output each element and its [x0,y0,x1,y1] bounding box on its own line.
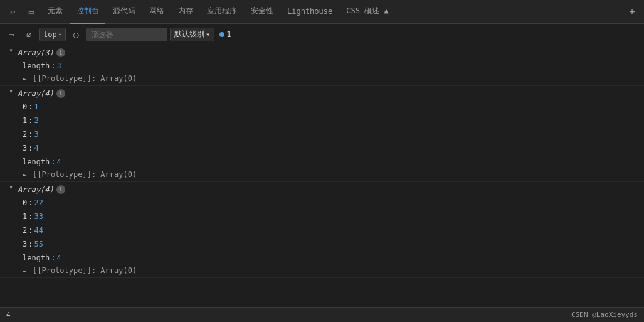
array-label-1: Array(3) [18,48,54,57]
prop-length-3[interactable]: length : 4 [20,251,644,265]
prop-0-2[interactable]: 0 : 1 [20,100,644,114]
expand-arrow-2[interactable]: ► [8,90,15,97]
prop-1-2[interactable]: 1 : 2 [20,114,644,127]
expand-arrow-1[interactable]: ► [8,49,15,56]
expand-arrow-3[interactable]: ► [8,186,15,193]
tab-css-overview[interactable]: CSS 概述 ▲ [340,0,394,24]
clear-console-icon[interactable]: ▭ [4,27,19,42]
badge-dot [219,32,224,37]
log-level-selector[interactable]: 默认级别 ▾ [170,28,214,41]
tab-memory[interactable]: 内存 [172,0,199,24]
prototype-row-1[interactable]: ► [[Prototype]]: Array(0) [20,73,644,84]
proto-arrow-3[interactable]: ► [23,267,30,274]
prop-2-3[interactable]: 2 : 44 [20,223,644,237]
array-label-2: Array(4) [18,89,54,98]
badge-count: 1 [226,30,231,39]
context-label: top [43,30,57,39]
add-tab-button[interactable]: + [624,3,640,20]
tab-network[interactable]: 网络 [143,0,171,24]
prop-1-3[interactable]: 1 : 33 [20,210,644,223]
tab-console[interactable]: 控制台 [70,0,105,24]
context-arrow: ▾ [58,31,61,38]
array-header-3[interactable]: ► Array(4) i [5,183,644,196]
status-right: CSDN @LaoXieyyds [571,311,638,319]
array-label-3: Array(4) [18,185,54,194]
no-entry-icon[interactable]: ⌀ [21,27,36,42]
tab-sources[interactable]: 源代码 [107,0,142,24]
tab-application[interactable]: 应用程序 [201,0,243,24]
prop-2-2[interactable]: 2 : 3 [20,127,644,141]
array-body-1: length : 3 ► [[Prototype]]: Array(0) [5,59,644,84]
tab-security[interactable]: 安全性 [245,0,280,24]
array-body-2: 0 : 1 1 : 2 2 : 3 3 : 4 length : [5,100,644,180]
prop-3-2[interactable]: 3 : 4 [20,141,644,155]
console-entry-3: ► Array(4) i 0 : 22 1 : 33 2 : 44 3 : [0,182,644,278]
status-bar: 4 CSDN @LaoXieyyds [0,307,644,322]
array-body-3: 0 : 22 1 : 33 2 : 44 3 : 55 length : [5,196,644,276]
inspect-icon[interactable]: ▭ [23,3,40,21]
prop-0-3[interactable]: 0 : 22 [20,196,644,210]
prop-length-2[interactable]: length : 4 [20,155,644,169]
prop-3-3[interactable]: 3 : 55 [20,237,644,251]
tab-elements[interactable]: 元素 [41,0,69,24]
live-expressions-icon[interactable]: ◯ [68,27,83,42]
prototype-row-3[interactable]: ► [[Prototype]]: Array(0) [20,265,644,276]
proto-arrow-2[interactable]: ► [23,171,30,178]
array-header-2[interactable]: ► Array(4) i [5,87,644,100]
info-icon-2[interactable]: i [56,89,65,98]
log-level-label: 默认级别 [174,29,204,40]
toolbar: ▭ ⌀ top ▾ ◯ 默认级别 ▾ 1 [0,24,644,45]
back-icon[interactable]: ↩ [4,3,21,21]
filter-input[interactable] [86,28,167,41]
log-level-arrow: ▾ [206,30,210,39]
tab-lighthouse[interactable]: Lighthouse [281,0,339,24]
prototype-row-2[interactable]: ► [[Prototype]]: Array(0) [20,169,644,180]
info-icon-3[interactable]: i [56,185,65,194]
status-left: 4 [6,311,11,319]
prop-length-1[interactable]: length : 3 [20,59,644,73]
console-content: ► Array(3) i length : 3 ► [[Prototype]]:… [0,45,644,307]
console-entry-1: ► Array(3) i length : 3 ► [[Prototype]]:… [0,45,644,86]
console-entry-2: ► Array(4) i 0 : 1 1 : 2 2 : 3 3 : [0,86,644,182]
context-selector[interactable]: top ▾ [39,28,66,41]
info-icon-1[interactable]: i [56,48,65,57]
message-badge[interactable]: 1 [217,29,233,40]
tab-bar: ↩ ▭ 元素 控制台 源代码 网络 内存 应用程序 安全性 Lighthouse… [0,0,644,24]
array-header-1[interactable]: ► Array(3) i [5,46,644,59]
proto-arrow-1[interactable]: ► [23,75,30,82]
